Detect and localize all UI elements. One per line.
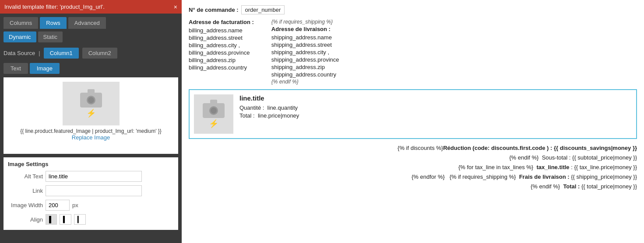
camera-top — [88, 89, 95, 93]
shipping-field-4: shipping_address.zip — [271, 64, 339, 70]
billing-field-3: billing_address.province — [189, 49, 254, 56]
main-tabs: Columns Rows Advanced — [0, 14, 182, 29]
alt-text-row: Alt Text — [8, 171, 174, 182]
discount-text: Réduction (code: discounts.first.code ) … — [443, 145, 637, 151]
datasource-separator: | — [39, 50, 40, 56]
image-width-input[interactable] — [46, 200, 70, 211]
order-label: N° de commande : — [189, 7, 239, 13]
right-panel: N° de commande : order_number Adresse de… — [182, 0, 644, 243]
billing-field-0: billing_address.name — [189, 27, 254, 34]
column1-button[interactable]: Column1 — [44, 48, 79, 59]
replace-image-link[interactable]: Replace Image — [72, 134, 110, 141]
tax-endfor-tag: {% endfor %} — [412, 174, 445, 180]
shipping-header: Adresse de livraison : — [271, 26, 339, 32]
billing-field-5: billing_address.country — [189, 64, 254, 71]
billing-field-4: billing_address.zip — [189, 57, 254, 63]
product-lightning: ⚡ — [209, 119, 218, 128]
link-row: Link — [8, 185, 174, 196]
sub-tab-dynamic[interactable]: Dynamic — [4, 31, 36, 42]
summary-section: {% if discounts %}Réduction (code: disco… — [189, 143, 637, 191]
tab-rows[interactable]: Rows — [40, 17, 67, 29]
tab-columns[interactable]: Columns — [4, 17, 38, 29]
discount-condition-tag: {% if discounts %} — [398, 145, 443, 151]
image-width-label: Image Width — [8, 202, 43, 208]
canvas-area: ⚡ {{ line.product.featured_Image | produ… — [4, 77, 178, 154]
product-camera: ⚡ — [203, 100, 225, 128]
billing-header: Adresse de facturation : — [189, 19, 254, 25]
align-center-button[interactable]: ▍ — [60, 214, 71, 225]
total-final-value: {{ total_price|money }} — [581, 183, 637, 190]
subtotal-text: Sous-total : {{ subtotal_price|money }} — [542, 154, 637, 161]
canvas-inner: ⚡ {{ line.product.featured_Image | produ… — [8, 82, 174, 141]
camera-placeholder: ⚡ — [80, 89, 102, 118]
align-left-button[interactable]: ▌ — [46, 214, 57, 225]
align-right-button[interactable]: ▎ — [74, 214, 86, 225]
discount-endif-line: {% endif %} Sous-total : {{ subtotal_pri… — [189, 153, 637, 163]
shipping-condition2-tag: {% if requires_shipping %} — [450, 174, 516, 180]
total-final-label: Total : — [563, 183, 580, 190]
link-input[interactable] — [46, 185, 142, 196]
align-row: Align ▌ ▍ ▎ — [8, 214, 174, 225]
camera-body — [80, 93, 102, 108]
tax-value: : {{ tax_line.price|money }} — [571, 164, 637, 170]
product-image: ⚡ — [194, 94, 233, 134]
product-details: line.title Quantité : line.quantity Tota… — [239, 94, 632, 120]
shipping-field-2: shipping_address.city , — [271, 49, 339, 56]
quantity-label: Quantité : — [239, 104, 264, 111]
image-preview: ⚡ — [63, 82, 120, 125]
settings-area: Image Settings Alt Text Link Image Width… — [4, 157, 178, 230]
lightning-icon: ⚡ — [86, 108, 96, 118]
billing-field-2: billing_address.city , — [189, 42, 254, 49]
shipping-endif2-line: {% endif %} Total : {{ total_price|money… — [189, 182, 637, 191]
shipping-cost-value: {{ shipping_price|money }} — [571, 174, 637, 180]
image-tag-text: {{ line.product.featured_Image | product… — [20, 128, 162, 134]
image-width-row: Image Width px — [8, 200, 174, 211]
order-value: order_number — [241, 5, 285, 14]
product-total: Total : line.price|money — [239, 112, 632, 119]
shipping-endif-tag: {% endif %} — [271, 79, 339, 85]
shipping-field-1: shipping_address.street — [271, 42, 339, 48]
type-image-button[interactable]: Image — [30, 63, 60, 74]
product-quantity: Quantité : line.quantity — [239, 104, 632, 111]
shipping-field-0: shipping_address.name — [271, 34, 339, 41]
product-camera-body — [203, 103, 225, 118]
datasource-row: Data Source | Column1 Column2 — [0, 45, 182, 61]
tab-advanced[interactable]: Advanced — [68, 17, 106, 29]
tax-loop-tag: {% for tax_line in tax_lines %} — [458, 164, 533, 170]
shipping-endif2-tag: {% endif %} — [531, 183, 560, 190]
total-label: Total : — [239, 112, 255, 119]
align-label: Align — [8, 216, 43, 223]
shipping-field-3: shipping_address.province — [271, 56, 339, 63]
column2-button[interactable]: Column2 — [82, 48, 117, 59]
type-tabs: Text Image — [0, 61, 182, 77]
datasource-label: Data Source — [4, 50, 35, 56]
shipping-cost-label: Frais de livraison : — [519, 174, 570, 180]
sub-tabs: Dynamic Static — [0, 29, 182, 45]
close-icon[interactable]: × — [174, 3, 177, 10]
tax-endfor-line: {% endfor %} {% if requires_shipping %} … — [189, 172, 637, 182]
type-text-button[interactable]: Text — [4, 63, 28, 74]
product-box: ⚡ line.title Quantité : line.quantity To… — [189, 89, 637, 139]
shipping-field-5: shipping_address.country — [271, 71, 339, 78]
alt-text-label: Alt Text — [8, 173, 43, 180]
camera-lens — [87, 96, 95, 104]
sub-tab-static[interactable]: Static — [38, 31, 63, 42]
left-panel: Invalid template filter: 'product_Img_ur… — [0, 0, 182, 243]
quantity-value: line.quantity — [267, 104, 298, 111]
total-value: line.price|money — [258, 112, 299, 119]
product-camera-top — [210, 100, 217, 103]
billing-address-col: Adresse de facturation : billing_address… — [189, 19, 254, 85]
discount-condition: {% if discounts %}Réduction (code: disco… — [189, 143, 637, 153]
settings-title: Image Settings — [8, 161, 174, 167]
billing-field-1: billing_address.street — [189, 35, 254, 41]
order-line: N° de commande : order_number — [189, 5, 637, 14]
error-message: Invalid template filter: 'product_Img_ur… — [4, 3, 105, 10]
product-title: line.title — [239, 94, 632, 102]
px-label: px — [72, 202, 78, 208]
link-label: Link — [8, 187, 43, 194]
shipping-address-col: {% if requires_shipping %} Adresse de li… — [271, 19, 339, 85]
tax-title: tax_line.title — [536, 164, 569, 170]
address-section: Adresse de facturation : billing_address… — [189, 19, 637, 85]
alt-text-input[interactable] — [46, 171, 142, 182]
error-bar: Invalid template filter: 'product_Img_ur… — [0, 0, 182, 14]
